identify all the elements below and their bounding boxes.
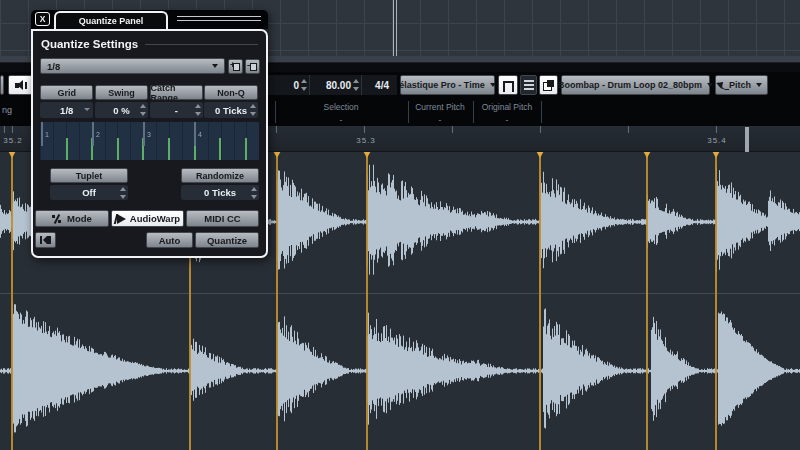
partial-button[interactable]	[0, 75, 4, 95]
grid-beat-number: 2	[96, 131, 100, 138]
catch-range-value[interactable]: -	[150, 102, 203, 118]
info-section: Selection-	[324, 102, 359, 125]
rewind-icon	[40, 236, 51, 244]
chevron-down-icon	[84, 108, 90, 111]
ruler-label: 35.3	[356, 136, 376, 145]
midi-cc-button[interactable]: MIDI CC	[186, 210, 259, 227]
info-section: Original Pitch-	[482, 102, 533, 125]
info-divider	[408, 101, 409, 123]
tempo-field[interactable]: 80.00	[310, 75, 362, 95]
randomize-value[interactable]: 0 Ticks	[181, 185, 259, 200]
panel-titlebar[interactable]: X Quantize Panel	[31, 10, 268, 29]
info-section-value: -	[415, 115, 465, 125]
chevron-down-icon	[212, 64, 218, 68]
grip-line	[177, 20, 261, 21]
catch-range-column-button[interactable]: Catch Range	[150, 85, 203, 100]
grid-beat-line	[41, 122, 43, 146]
grid-visualization[interactable]: 1234	[40, 122, 259, 160]
stepper-icon[interactable]	[249, 104, 256, 116]
grid-beat-number: 4	[198, 131, 202, 138]
reset-button[interactable]	[35, 232, 56, 248]
info-divider	[541, 101, 542, 123]
remove-preset-icon	[248, 63, 257, 71]
info-section-label: Selection	[324, 102, 359, 112]
speaker-icon	[15, 80, 27, 91]
info-divider	[473, 101, 474, 123]
event-end-marker[interactable]	[745, 127, 749, 152]
audiowarp-button[interactable]: AudioWarp	[111, 210, 184, 227]
panel-body: Quantize Settings 1/8 Grid Swing Catch R…	[31, 29, 268, 258]
stepper-icon[interactable]	[352, 79, 359, 91]
grid-beat-number: 3	[147, 131, 151, 138]
sample-editor-window: 0 80.00 4/4 élastique Pro - Time Boombap…	[0, 0, 800, 450]
quantize-values: 1/8 0 % - 0 Ticks	[40, 102, 259, 118]
stepper-icon[interactable]	[194, 104, 201, 116]
grid-subdivision-line	[168, 138, 170, 160]
store-preset-button[interactable]	[228, 59, 243, 74]
grid-subdivision-line	[219, 138, 221, 160]
mode-row: Mode AudioWarp MIDI CC	[35, 210, 259, 227]
heading-row: Quantize Settings	[41, 38, 258, 50]
close-button[interactable]: X	[35, 12, 50, 26]
playhead-line	[393, 0, 394, 56]
definition-fields: 0 80.00 4/4	[268, 75, 397, 95]
grid-value[interactable]: 1/8	[40, 102, 93, 118]
grid-subdivision-line	[117, 138, 119, 160]
clip-dropdown[interactable]: Boombap - Drum Loop 02_80bpm	[561, 75, 710, 95]
swing-value[interactable]: 0 %	[95, 102, 148, 118]
chevron-down-icon	[707, 83, 713, 87]
layers-toggle[interactable]	[539, 75, 558, 95]
quantize-columns: Grid Swing Catch Range Non-Q	[40, 85, 259, 100]
close-icon: X	[40, 14, 46, 24]
quantize-mode-icon	[52, 214, 62, 224]
stepper-icon[interactable]	[300, 79, 307, 91]
preset-dropdown[interactable]: 1/8	[40, 58, 225, 74]
pitch-arrow-icon	[721, 81, 725, 90]
chevron-down-icon	[756, 83, 762, 87]
pitch-button[interactable]: Pitch	[715, 75, 768, 95]
timesig-field[interactable]: 4/4	[362, 75, 395, 95]
grid-beat-line	[92, 122, 94, 146]
quantize-panel: X Quantize Panel Quantize Settings 1/8	[31, 10, 268, 258]
info-section-value: -	[482, 115, 533, 125]
chevron-down-icon	[490, 83, 496, 87]
grid-column-button[interactable]: Grid	[40, 85, 93, 100]
info-divider	[275, 101, 276, 123]
randomize-button[interactable]: Randomize	[181, 168, 259, 183]
quantize-apply-button[interactable]: Quantize	[195, 232, 259, 248]
tuplet-button[interactable]: Tuplet	[50, 168, 128, 183]
bars-field[interactable]: 0	[268, 75, 310, 95]
info-section-value: -	[324, 115, 359, 125]
segment-brackets-icon	[503, 81, 514, 90]
add-preset-icon	[231, 63, 240, 71]
playhead-line	[396, 0, 397, 56]
tuplet-value[interactable]: Off	[50, 185, 128, 200]
info-section-label: Original Pitch	[482, 102, 533, 112]
grid-beat-line	[143, 122, 145, 146]
stepper-icon[interactable]	[119, 187, 126, 199]
segment-brackets-toggle[interactable]	[498, 75, 518, 95]
panel-title: Quantize Panel	[79, 16, 144, 26]
panel-tab[interactable]: Quantize Panel	[54, 11, 168, 29]
grid-beat-number: 1	[45, 131, 49, 138]
grid-subdivision-line	[245, 138, 247, 160]
info-section: Current Pitch-	[415, 102, 465, 125]
stepper-icon[interactable]	[139, 104, 146, 116]
grip-line	[177, 16, 261, 17]
swing-column-button[interactable]: Swing	[95, 85, 148, 100]
nonq-column-button[interactable]: Non-Q	[204, 85, 257, 100]
remove-preset-button[interactable]	[245, 59, 260, 74]
grid-subdivision-line	[66, 138, 68, 160]
panel-heading: Quantize Settings	[41, 38, 138, 50]
lanes-toggle[interactable]	[520, 75, 537, 95]
warp-algorithm-dropdown[interactable]: élastique Pro - Time	[400, 75, 495, 95]
stepper-icon[interactable]	[250, 187, 257, 199]
layers-icon	[543, 80, 554, 91]
auto-button[interactable]: Auto	[146, 232, 193, 248]
info-section-label: Current Pitch	[415, 102, 465, 112]
clipped-label: ng	[2, 105, 12, 115]
nonq-value[interactable]: 0 Ticks	[204, 102, 257, 118]
heading-rule	[145, 44, 258, 45]
ruler-label: 35.2	[3, 136, 23, 145]
mode-button[interactable]: Mode	[35, 210, 109, 227]
